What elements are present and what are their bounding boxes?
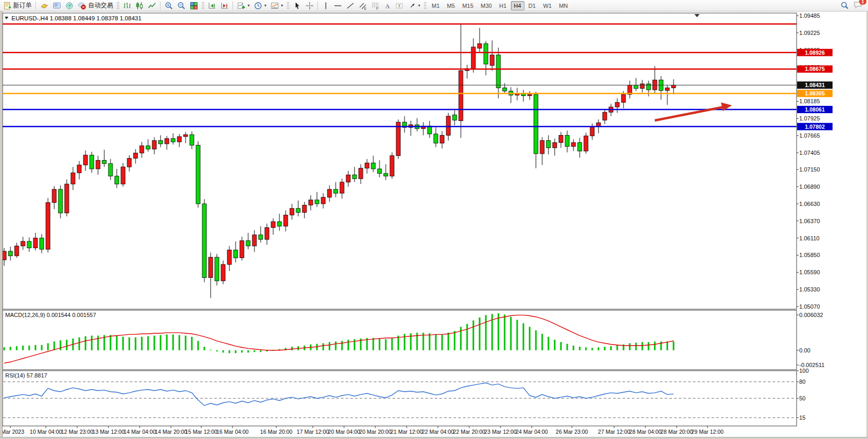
arrows-button[interactable]: ▾	[406, 0, 422, 11]
chart-shift-button[interactable]	[218, 0, 231, 11]
candle-body	[15, 246, 19, 256]
timeframe-d1[interactable]: D1	[525, 1, 539, 10]
toolbar-drag-handle[interactable]	[117, 2, 119, 9]
macd-histogram-bar	[160, 335, 162, 350]
autotrade-icon	[78, 2, 87, 10]
macd-histogram-bar	[517, 320, 518, 350]
candle-body	[302, 205, 307, 212]
timeframe-m30[interactable]: M30	[478, 1, 495, 10]
zoom-in-button[interactable]	[163, 0, 175, 11]
candle-body	[352, 175, 357, 179]
macd-histogram-bar	[54, 342, 55, 350]
new-order-button[interactable]: 新订单	[1, 0, 34, 11]
macd-pane[interactable]	[3, 310, 797, 370]
text-button[interactable]: A	[382, 0, 393, 11]
macd-histogram-bar	[398, 336, 399, 350]
tile-windows-button[interactable]	[188, 0, 200, 11]
time-axis-label: 27 Mar 12:00	[598, 429, 630, 435]
candle-body	[259, 235, 263, 239]
toolbar-drag-handle[interactable]	[202, 2, 204, 9]
periods-button[interactable]: ▾	[252, 0, 268, 11]
macd-histogram-bar	[85, 336, 87, 350]
candle-body	[240, 241, 244, 258]
text-label-button[interactable]: T	[393, 0, 406, 11]
chart-shift-icon	[221, 2, 229, 10]
candle-body	[315, 200, 319, 204]
macd-histogram-bar	[529, 327, 531, 350]
timeframe-mn[interactable]: MN	[556, 1, 571, 10]
search-button[interactable]	[838, 0, 851, 11]
time-axis-label: 10 Mar 04:00	[30, 429, 62, 435]
candle-body	[377, 169, 382, 174]
autotrade-button[interactable]: 自动交易	[76, 0, 115, 11]
toolbar-drag-handle[interactable]	[287, 2, 289, 9]
horizontal-line-button[interactable]	[332, 0, 344, 11]
macd-histogram-bar	[354, 339, 356, 350]
time-axis-label: 17 Mar 12:00	[297, 429, 329, 435]
market-gold-button[interactable]	[38, 0, 51, 11]
vertical-line-button[interactable]	[320, 0, 332, 11]
macd-histogram-bar	[404, 334, 406, 350]
template-button[interactable]: ▾	[268, 0, 285, 11]
zoom-out-button[interactable]	[175, 0, 188, 11]
candle-body	[246, 241, 250, 246]
radar-signals-button[interactable]	[63, 0, 76, 11]
macd-histogram-bar	[348, 340, 349, 350]
macd-histogram-bar	[592, 348, 593, 350]
macd-histogram-bar	[229, 350, 230, 353]
price-pane[interactable]	[3, 13, 797, 309]
candle-body	[146, 146, 150, 149]
timeframe-w1[interactable]: W1	[540, 1, 555, 10]
timeframe-h4[interactable]: H4	[511, 1, 524, 10]
macd-histogram-bar	[642, 342, 643, 350]
macd-histogram-bar	[154, 336, 155, 350]
macd-histogram-bar	[667, 342, 668, 350]
macd-histogram-bar	[473, 320, 474, 350]
price-axis-label: 1.07665	[799, 132, 820, 139]
time-axis[interactable]: 9 Mar 202310 Mar 04:0012 Mar 23:0013 Mar…	[0, 426, 724, 435]
candle-body	[52, 189, 56, 202]
candle-body	[196, 145, 200, 203]
crosshair-button[interactable]	[303, 0, 316, 11]
indicators-button[interactable]: ▾	[235, 0, 252, 11]
price-badge-label: 1.08061	[805, 106, 825, 113]
candle-body	[90, 155, 94, 169]
toolbar-drag-handle[interactable]	[424, 2, 426, 9]
market-watch-button[interactable]	[51, 0, 63, 11]
timeframe-m5[interactable]: M5	[444, 1, 458, 10]
timeframe-m15[interactable]: M15	[459, 1, 476, 10]
macd-histogram-bar	[523, 323, 524, 350]
timeframe-m1[interactable]: M1	[429, 1, 443, 10]
macd-histogram-bar	[442, 334, 443, 350]
symbol-title: EURUSD-,H4 1.08388 1.08449 1.08378 1.084…	[5, 15, 141, 21]
candle-body	[340, 182, 344, 193]
macd-histogram-bar	[29, 346, 30, 350]
cursor-button[interactable]	[291, 0, 303, 11]
fibonacci-button[interactable]: F	[369, 0, 382, 11]
macd-histogram-bar	[148, 336, 149, 350]
trendline-button[interactable]	[344, 0, 357, 11]
macd-histogram-bar	[204, 347, 205, 350]
candle-body	[58, 189, 63, 213]
candle-body	[490, 55, 494, 65]
chart-panes[interactable]	[3, 13, 797, 426]
candle-body	[321, 197, 325, 204]
price-axis[interactable]: 1.094851.092251.089651.087051.081851.079…	[797, 13, 820, 310]
price-axis-label: 1.07405	[799, 150, 820, 156]
price-axis-label: 1.06370	[799, 218, 820, 224]
candle-body	[8, 251, 13, 256]
dropdown-caret: ▾	[418, 3, 420, 8]
auto-scroll-button[interactable]	[206, 0, 218, 11]
timeframe-h1[interactable]: H1	[496, 1, 509, 10]
market-watch-icon	[53, 2, 61, 10]
line-chart-button[interactable]	[146, 0, 158, 11]
equidistant-channel-button[interactable]: E	[357, 0, 369, 11]
price-axis-label: 1.06890	[799, 184, 820, 190]
chart-area[interactable]: 1.094851.092251.089651.087051.081851.079…	[0, 0, 868, 439]
time-axis-label: 14 Mar 20:00	[155, 429, 187, 435]
macd-histogram-bar	[198, 341, 199, 350]
candle-chart-button[interactable]	[133, 0, 146, 11]
bar-chart-button[interactable]	[121, 0, 133, 11]
candle-body	[284, 215, 288, 226]
chat-button[interactable]: 1	[853, 1, 863, 11]
